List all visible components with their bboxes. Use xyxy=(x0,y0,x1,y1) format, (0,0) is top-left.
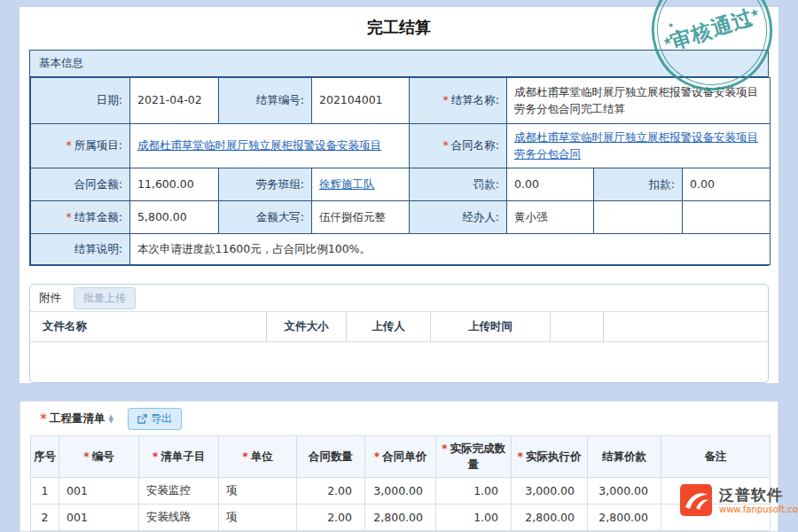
settlement-amount-label: *结算金额: xyxy=(31,201,130,234)
penalty-value: 0.00 xyxy=(507,168,594,201)
labor-team-link[interactable]: 徐辉施工队 xyxy=(319,177,375,191)
attachments-table-header: 文件名称 文件大小 上传人 上传时间 xyxy=(30,311,768,342)
required-mark: * xyxy=(442,442,448,455)
cell-list-item: 安装监控 xyxy=(139,478,219,505)
penalty-label: 罚款: xyxy=(410,168,507,201)
project-value: 成都杜甫草堂临时展厅独立展柜报警设备安装项目 xyxy=(130,124,410,168)
cell-list-item: 安装线路 xyxy=(139,505,219,531)
cell-settlement-amount: 2,800.00 xyxy=(588,505,661,531)
col-settlement-amount: 结算价款 xyxy=(588,436,661,478)
col-seq: 序号 xyxy=(31,436,59,478)
col-unit: *单位 xyxy=(219,436,297,478)
quantity-table: 序号 *编号 *清单子目 *单位 合同数量 *合同单价 *实际完成数量 *实际执… xyxy=(30,435,771,531)
required-mark: * xyxy=(40,411,47,427)
date-label: 日期: xyxy=(31,78,130,124)
table-row: *所属项目: 成都杜甫草堂临时展厅独立展柜报警设备安装项目 *合同名称: 成都杜… xyxy=(31,124,771,168)
export-button[interactable]: 导出 xyxy=(128,408,182,430)
attachments-title: 附件 xyxy=(39,291,61,306)
column-file-name: 文件名称 xyxy=(30,312,267,341)
attachments-section: 附件 批量上传 文件名称 文件大小 上传人 上传时间 xyxy=(29,284,769,383)
cell-seq: 2 xyxy=(31,505,59,531)
empty-cell xyxy=(683,201,771,234)
cell-unit: 项 xyxy=(219,478,297,505)
cell-contract-price: 2,800.00 xyxy=(365,505,436,531)
table-row: 合同金额: 11,600.00 劳务班组: 徐辉施工队 罚款: 0.00 扣款:… xyxy=(31,168,771,201)
project-link[interactable]: 成都杜甫草堂临时展厅独立展柜报警设备安装项目 xyxy=(137,138,381,152)
required-mark: * xyxy=(443,138,449,152)
brand-logo: 泛普软件 www.fanpusoft.com xyxy=(679,483,798,517)
brand-text-block: 泛普软件 www.fanpusoft.com xyxy=(719,486,798,513)
cell-contract-price: 3,000.00 xyxy=(365,478,436,505)
main-panel: 完工结算 基本信息 日期: 2021-04-02 结算编号: 202104001… xyxy=(20,7,778,383)
contract-amount-label: 合同金额: xyxy=(31,168,130,201)
contract-link[interactable]: 成都杜甫草堂临时展厅独立展柜报警设备安装项目劳务分包合同 xyxy=(514,130,758,160)
sort-down-icon: ▼ xyxy=(109,419,113,423)
empty-cell xyxy=(594,201,683,234)
col-contract-qty: 合同数量 xyxy=(297,436,365,478)
required-mark: * xyxy=(66,138,72,152)
required-mark: * xyxy=(242,450,248,463)
date-value: 2021-04-02 xyxy=(130,78,219,124)
batch-upload-button[interactable]: 批量上传 xyxy=(74,287,136,309)
required-mark: * xyxy=(443,93,449,106)
required-mark: * xyxy=(374,450,380,463)
required-mark: * xyxy=(83,450,90,463)
quantity-table-header-row: 序号 *编号 *清单子目 *单位 合同数量 *合同单价 *实际完成数量 *实际执… xyxy=(31,436,771,478)
basic-info-table: 日期: 2021-04-02 结算编号: 202104001 *结算名称: 成都… xyxy=(30,77,771,265)
note-value: 本次申请进度款11600元，占合同比例100%。 xyxy=(130,234,771,265)
amount-in-words-value: 伍仟捌佰元整 xyxy=(312,201,410,234)
cell-unit: 项 xyxy=(219,505,297,531)
column-empty xyxy=(551,312,604,341)
required-mark: * xyxy=(517,450,523,463)
deduction-value: 0.00 xyxy=(683,168,771,201)
cell-seq: 1 xyxy=(31,478,59,505)
cell-code: 001 xyxy=(59,505,139,531)
fanpu-logo-icon xyxy=(679,483,713,517)
handler-label: 经办人: xyxy=(410,201,507,234)
project-label: *所属项目: xyxy=(31,124,130,168)
deduction-label: 扣款: xyxy=(594,168,683,201)
handler-value: 黄小强 xyxy=(507,201,594,234)
col-list-item: *清单子目 xyxy=(139,436,219,478)
cell-contract-qty: 2.00 xyxy=(297,505,365,531)
required-mark: * xyxy=(153,450,159,463)
basic-info-section: 基本信息 日期: 2021-04-02 结算编号: 202104001 *结算名… xyxy=(29,50,769,266)
quantity-list-header: * 工程量清单 ▲ ▼ 导出 xyxy=(20,402,778,435)
export-icon xyxy=(137,414,147,424)
page-title: 完工结算 xyxy=(20,7,778,50)
brand-url: www.fanpusoft.com xyxy=(719,505,798,514)
col-code: *编号 xyxy=(59,436,139,478)
settlement-name-label: *结算名称: xyxy=(410,78,507,124)
col-remark: 备注 xyxy=(661,436,771,478)
cell-code: 001 xyxy=(59,478,139,505)
table-row: *结算金额: 5,800.00 金额大写: 伍仟捌佰元整 经办人: 黄小强 xyxy=(31,201,771,234)
brand-name: 泛普软件 xyxy=(719,486,798,504)
attachments-header: 附件 批量上传 xyxy=(30,285,768,311)
table-row: 2 001 安装线路 项 2.00 2,800.00 1.00 2,800.00… xyxy=(31,505,771,531)
cell-actual-price: 2,800.00 xyxy=(512,505,588,531)
note-label: 结算说明: xyxy=(31,234,130,265)
basic-info-header: 基本信息 xyxy=(30,51,768,77)
amount-in-words-label: 金额大写: xyxy=(219,201,312,234)
column-file-size: 文件大小 xyxy=(267,312,347,341)
settlement-name-value: 成都杜甫草堂临时展厅独立展柜报警设备安装项目劳务分包合同完工结算 xyxy=(507,78,771,124)
column-upload-time: 上传时间 xyxy=(431,312,551,341)
table-row: 1 001 安装监控 项 2.00 3,000.00 1.00 3,000.00… xyxy=(31,478,771,505)
labor-team-label: 劳务班组: xyxy=(219,168,312,201)
cell-settlement-amount: 3,000.00 xyxy=(588,478,661,505)
required-mark: * xyxy=(66,210,72,223)
column-empty xyxy=(604,312,768,341)
settlement-no-label: 结算编号: xyxy=(219,78,312,124)
contract-value: 成都杜甫草堂临时展厅独立展柜报警设备安装项目劳务分包合同 xyxy=(507,124,771,168)
sort-icon[interactable]: ▲ ▼ xyxy=(109,415,113,423)
settlement-amount-value: 5,800.00 xyxy=(130,201,219,234)
cell-actual-qty: 1.00 xyxy=(436,505,512,531)
table-row: 日期: 2021-04-02 结算编号: 202104001 *结算名称: 成都… xyxy=(31,78,771,124)
contract-label: *合同名称: xyxy=(410,124,507,168)
settlement-no-value: 202104001 xyxy=(312,78,410,124)
attachments-empty-area xyxy=(30,342,768,383)
col-contract-price: *合同单价 xyxy=(365,436,436,478)
column-uploader: 上传人 xyxy=(347,312,431,341)
cell-contract-qty: 2.00 xyxy=(297,478,365,505)
cell-actual-qty: 1.00 xyxy=(436,478,512,505)
